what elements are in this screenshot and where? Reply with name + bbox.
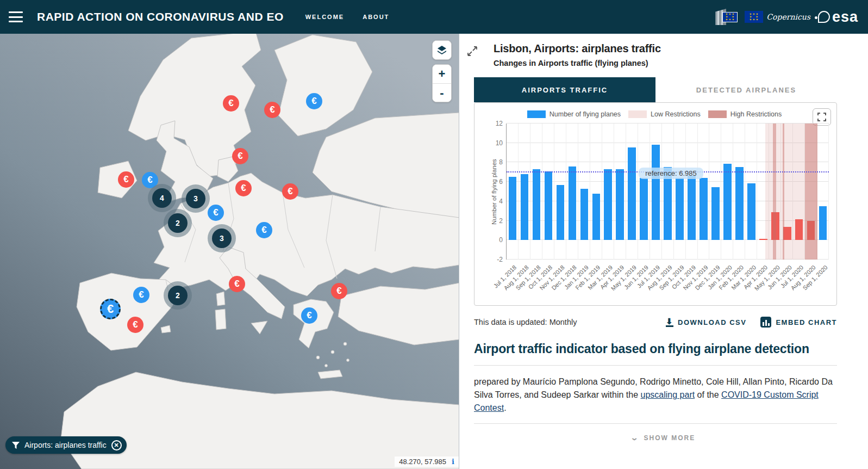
nav-welcome[interactable]: WELCOME	[305, 14, 344, 20]
y-tick-label: 12	[496, 120, 503, 127]
bar-oct-1-2019[interactable]	[688, 176, 695, 240]
bar-mar-1-2019[interactable]	[604, 169, 611, 240]
map-cluster-marker[interactable]: 4	[152, 188, 172, 208]
y-tick-label: 2	[499, 217, 503, 225]
map-euro-marker[interactable]: €	[100, 299, 121, 319]
bar-sep-1-2019[interactable]	[676, 178, 683, 240]
bar-dec-1-2018[interactable]	[569, 166, 576, 240]
bar-dec-1-2019[interactable]	[711, 187, 719, 240]
map-euro-marker[interactable]: €	[142, 172, 158, 188]
cursor-coordinates: 48.270, 57.985	[399, 458, 446, 466]
hamburger-menu-icon[interactable]	[9, 11, 23, 22]
bar-jun-1-2019[interactable]	[640, 178, 647, 240]
info-icon[interactable]: i	[452, 458, 454, 466]
zoom-out-button[interactable]: -	[433, 83, 451, 102]
panel-subtitle: Changes in Airports traffic (flying plan…	[494, 59, 851, 67]
download-csv-button[interactable]: ⬇ DOWNLOAD CSV	[666, 318, 746, 327]
esa-label: esa	[832, 9, 858, 26]
show-more-button[interactable]: ⌄ SHOW MORE	[459, 434, 867, 442]
copernicus-logo: ✦✦✦✦ ✦✦✦✦ Copernicus	[745, 11, 810, 23]
y-tick-label: 10	[496, 139, 503, 147]
active-filter-chip[interactable]: Airports: airplanes traffic ✕	[5, 436, 127, 454]
bar-nov-1-2019[interactable]	[700, 178, 707, 240]
bar-sep-1-2018[interactable]	[533, 169, 540, 240]
close-icon[interactable]: ✕	[111, 440, 122, 451]
map-euro-marker[interactable]: €	[256, 222, 272, 238]
x-tick-label: Sep 1, 2020	[817, 260, 829, 303]
legend-swatch	[527, 110, 546, 118]
tab-airports-traffic[interactable]: AIRPORTS TRAFFIC	[474, 77, 655, 102]
map-canvas[interactable]: €€€€€€43€23€€€€€2€€€€ + - Airports: airp…	[0, 34, 459, 469]
bar-nov-1-2018[interactable]	[557, 185, 564, 240]
chart-legend: Number of flying planesLow RestrictionsH…	[480, 108, 829, 124]
bar-apr-1-2019[interactable]	[616, 169, 623, 240]
nav-about[interactable]: ABOUT	[363, 14, 389, 20]
section-title: Airport traffic indicator based on flyin…	[474, 342, 837, 356]
app-header: RAPID ACTION ON CORONAVIRUS AND EO WELCO…	[0, 0, 868, 34]
legend-item: High Restrictions	[708, 110, 782, 118]
y-tick-label: 4	[499, 198, 503, 205]
chart-tabs: AIRPORTS TRAFFICDETECTED AIRPLANES	[474, 77, 837, 102]
map-euro-marker[interactable]: €	[282, 183, 298, 200]
x-axis-labels: Jul 1, 2018Aug 1, 2018Sep 1, 2018Oct 1, …	[506, 260, 829, 303]
bar-aug-1-2018[interactable]	[521, 174, 528, 240]
map-euro-marker[interactable]: €	[127, 317, 143, 333]
bar-jul-1-2019[interactable]	[652, 145, 659, 240]
legend-item: Low Restrictions	[628, 110, 701, 118]
detail-panel: Lisbon, Airports: airplanes traffic Chan…	[459, 34, 867, 469]
download-icon: ⬇	[666, 318, 673, 327]
map-euro-marker[interactable]: €	[264, 102, 280, 118]
update-frequency-text: This data is updated: Monthly	[474, 318, 577, 326]
link-upscaling-part[interactable]: upscaling part	[641, 390, 695, 399]
map-cluster-marker[interactable]: 2	[168, 286, 188, 305]
map-cluster-marker[interactable]: 3	[186, 189, 205, 208]
bar-feb-1-2019[interactable]	[592, 194, 600, 240]
map-cluster-marker[interactable]: 3	[212, 229, 232, 248]
map-euro-marker[interactable]: €	[306, 93, 322, 109]
legend-swatch	[708, 110, 727, 118]
panel-title: Lisbon, Airports: airplanes traffic	[494, 42, 851, 55]
map-euro-marker[interactable]: €	[208, 205, 224, 221]
map-euro-marker[interactable]: €	[118, 171, 134, 188]
y-axis-title: Number of flying planes	[480, 124, 489, 303]
legend-swatch	[628, 110, 647, 118]
app-title: RAPID ACTION ON CORONAVIRUS AND EO	[37, 10, 284, 23]
filter-chip-label: Airports: airplanes traffic	[24, 441, 107, 449]
map-cluster-marker[interactable]: 2	[168, 213, 188, 233]
layers-button[interactable]	[433, 41, 451, 59]
map-euro-marker[interactable]: €	[223, 95, 239, 112]
tab-detected-airplanes[interactable]: DETECTED AIRPLANES	[655, 77, 837, 102]
map-euro-marker[interactable]: €	[133, 287, 149, 303]
y-tick-label: 0	[499, 236, 503, 244]
high-restrictions-zone	[773, 124, 777, 260]
bar-jan-1-2019[interactable]	[580, 189, 588, 240]
divider	[474, 365, 837, 366]
high-restrictions-zone	[783, 124, 784, 260]
map-euro-marker[interactable]: €	[232, 148, 248, 164]
eu-flag-icon: ✦✦✦✦ ✦✦✦✦	[723, 13, 737, 22]
layers-icon	[436, 45, 447, 55]
bar-feb-1-2020[interactable]	[735, 167, 743, 240]
map-euro-marker[interactable]: €	[301, 307, 317, 324]
y-tick-label: -2	[497, 256, 503, 263]
bar-jan-1-2020[interactable]	[723, 164, 731, 240]
filter-icon	[12, 442, 20, 449]
zoom-in-button[interactable]: +	[433, 65, 451, 83]
eu-flag-icon: ✦✦✦✦ ✦✦✦✦	[745, 11, 763, 23]
fullscreen-icon	[817, 113, 826, 121]
bar-sep-1-2020[interactable]	[819, 206, 827, 240]
map-euro-marker[interactable]: €	[235, 180, 252, 196]
european-commission-logo: ✦✦✦✦ ✦✦✦✦	[715, 9, 737, 25]
bar-jul-1-2018[interactable]	[509, 177, 516, 240]
bar-oct-1-2018[interactable]	[545, 171, 552, 240]
chart-plot[interactable]: reference: 6.985	[506, 124, 829, 260]
bar-mar-1-2020[interactable]	[747, 183, 755, 240]
map-euro-marker[interactable]: €	[229, 276, 245, 292]
chevron-down-icon: ⌄	[630, 434, 640, 442]
bar-may-1-2019[interactable]	[628, 147, 635, 240]
map-euro-marker[interactable]: €	[331, 283, 347, 299]
expand-panel-icon[interactable]	[467, 46, 478, 59]
embed-chart-button[interactable]: EMBED CHART	[760, 317, 837, 328]
header-nav: WELCOMEABOUT	[305, 14, 390, 20]
chart-card: Number of flying planesLow RestrictionsH…	[474, 102, 837, 306]
